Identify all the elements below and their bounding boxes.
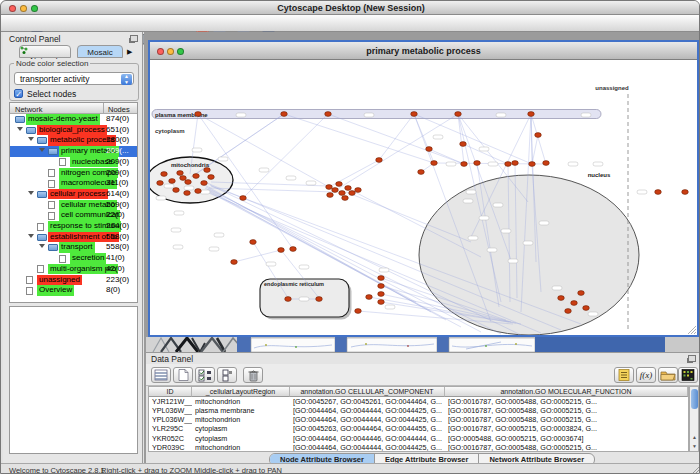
network-node[interactable] <box>376 158 383 163</box>
window-titlebar[interactable]: Cytoscape Desktop (New Session) <box>1 1 700 15</box>
network-node[interactable] <box>342 196 349 201</box>
network-node[interactable] <box>355 309 362 314</box>
node-color-combobox[interactable]: transporter activity ▲▼ <box>14 72 134 85</box>
table-column-header[interactable]: ID <box>149 387 192 397</box>
nucleus-region[interactable] <box>419 175 639 335</box>
tree-row-label[interactable]: Overview <box>37 285 74 296</box>
network-node[interactable] <box>231 260 238 265</box>
tree-row[interactable]: multi-organism pro42(0) <box>10 264 137 275</box>
network-node[interactable] <box>426 147 433 152</box>
tree-row[interactable]: Overview8(0) <box>10 285 137 296</box>
network-node[interactable] <box>278 248 285 253</box>
network-edge[interactable] <box>284 114 434 163</box>
network-view-window[interactable]: primary metabolic process plasma membran… <box>148 40 699 337</box>
table-cell[interactable]: [GO:0044464, GO:0044446, GO:0044444, G..… <box>290 434 445 443</box>
table-cell[interactable]: cytoplasm <box>192 434 290 443</box>
window-resize-grip-icon[interactable] <box>690 466 699 474</box>
network-node[interactable] <box>431 161 438 166</box>
tree-header-network[interactable]: Network <box>15 105 43 114</box>
delete-attribute-button[interactable] <box>243 367 263 383</box>
table-cell[interactable]: mitochondrion <box>192 397 290 406</box>
tree-header[interactable]: Network Nodes <box>10 103 137 114</box>
tree-row[interactable]: nitrogen compo209(0) <box>10 168 137 179</box>
scroll-down-icon[interactable]: ▼ <box>691 442 698 450</box>
tree-row-label[interactable]: cellular process <box>48 189 108 200</box>
tree-row[interactable]: establishment of lo558(0) <box>10 232 137 243</box>
network-edge[interactable] <box>328 114 464 164</box>
new-attribute-button[interactable] <box>173 367 193 383</box>
network-node[interactable] <box>682 190 689 195</box>
network-node[interactable] <box>177 171 184 176</box>
scrollbar-thumb[interactable] <box>691 389 698 409</box>
network-node[interactable] <box>461 162 468 167</box>
network-node[interactable] <box>336 182 343 187</box>
network-node[interactable] <box>355 188 362 193</box>
tree-row-label[interactable]: transport <box>59 242 95 253</box>
combobox-stepper-icon[interactable]: ▲▼ <box>121 74 132 85</box>
attribute-list-button[interactable] <box>614 367 634 383</box>
table-scrollbar[interactable]: ▲ ▼ <box>689 386 699 452</box>
table-column-header[interactable]: annotation.GO MOLECULAR_FUNCTION <box>445 387 688 397</box>
table-cell[interactable]: [GO:0005488, GO:0005215, GO:0003674] <box>445 434 688 443</box>
table-cell[interactable]: cytoplasm <box>192 424 290 433</box>
zoom-view-button[interactable] <box>177 48 184 55</box>
network-node[interactable] <box>204 168 211 173</box>
tree-row[interactable]: unassigned223(0) <box>10 275 137 286</box>
tree-row-label[interactable]: biological_process <box>37 125 107 136</box>
tree-row[interactable]: cellular metabo209(0) <box>10 200 137 211</box>
network-overview-panel[interactable] <box>9 306 138 454</box>
function-builder-button[interactable]: f(x) <box>636 367 656 383</box>
table-cell[interactable]: [GO:0016787, GO:0005488, GO:0005215, G..… <box>445 406 688 415</box>
tab-mosaic[interactable]: Mosaic <box>77 45 123 58</box>
network-node[interactable] <box>169 179 176 184</box>
network-node[interactable] <box>201 181 208 186</box>
network-node[interactable] <box>180 176 187 181</box>
table-cell[interactable]: plasma membrane <box>192 406 290 415</box>
tree-row[interactable]: cell communicat22(0) <box>10 210 137 221</box>
tree-row[interactable]: biological_process651(0) <box>10 125 137 136</box>
network-node[interactable] <box>332 188 339 193</box>
tree-row-label[interactable]: secretion <box>70 253 106 264</box>
network-graph[interactable]: plasma membrane cytoplasm mitochondria n… <box>150 60 697 335</box>
network-node[interactable] <box>535 133 542 138</box>
network-node[interactable] <box>512 161 519 166</box>
network-node[interactable] <box>571 301 578 306</box>
expand-arrow-icon[interactable] <box>28 137 34 141</box>
network-node[interactable] <box>411 112 418 117</box>
attribute-table[interactable]: ID_cellularLayoutRegionannotation.GO CEL… <box>148 386 689 452</box>
table-cell[interactable]: [GO:0045263, GO:0044464, GO:0044455, G..… <box>290 424 445 433</box>
table-cell[interactable]: [GO:0044464, GO:0044444, GO:0044425, G..… <box>290 443 445 452</box>
close-view-button[interactable] <box>157 48 164 55</box>
tree-row-label[interactable]: mosaic-demo-yeast <box>26 114 100 125</box>
network-edge[interactable] <box>196 114 284 174</box>
scroll-up-icon[interactable]: ▲ <box>691 433 698 441</box>
table-cell[interactable]: YKR052C <box>149 434 192 443</box>
network-edge[interactable] <box>379 114 414 160</box>
import-attributes-button[interactable] <box>658 367 678 383</box>
network-node[interactable] <box>290 247 297 252</box>
network-node[interactable] <box>366 295 373 300</box>
network-node[interactable] <box>184 191 191 196</box>
table-cell[interactable]: YPL036W__2 <box>149 406 192 415</box>
network-node[interactable] <box>565 309 572 314</box>
zoom-window-button[interactable] <box>31 5 38 12</box>
expand-arrow-icon[interactable] <box>28 191 34 195</box>
network-node[interactable] <box>326 185 333 190</box>
network-node[interactable] <box>418 170 425 175</box>
network-node[interactable] <box>349 191 356 196</box>
network-node[interactable] <box>327 193 334 198</box>
close-window-button[interactable] <box>9 5 16 12</box>
network-node[interactable] <box>505 162 512 167</box>
tree-row[interactable]: primary metabo209(... <box>10 146 137 157</box>
network-node[interactable] <box>208 175 215 180</box>
network-node[interactable] <box>281 112 288 117</box>
network-node[interactable] <box>316 297 323 302</box>
network-node[interactable] <box>285 297 292 302</box>
tree-header-nodes[interactable]: Nodes <box>108 105 130 114</box>
network-node[interactable] <box>378 292 385 297</box>
table-column-header[interactable]: annotation.GO CELLULAR_COMPONENT <box>290 387 445 397</box>
table-column-header[interactable]: _cellularLayoutRegion <box>192 387 290 397</box>
table-cell[interactable]: YDR039C__1 <box>149 443 192 452</box>
network-canvas[interactable]: plasma membrane cytoplasm mitochondria n… <box>150 60 697 335</box>
network-node[interactable] <box>193 174 200 179</box>
